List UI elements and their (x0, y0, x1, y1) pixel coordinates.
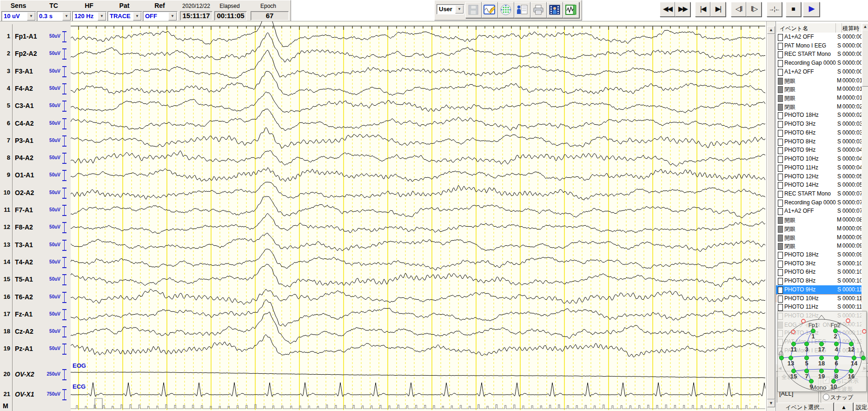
event-row[interactable]: PHOTO 18HzS0000:02: (776, 111, 861, 120)
marker-up-button[interactable]: ▲ (835, 403, 853, 411)
channel-label-fp2-a2[interactable]: Fp2-A2 (15, 50, 37, 57)
channel-label-o1-a1[interactable]: O1-A1 (15, 171, 34, 179)
event-select-button[interactable]: イベント選択... (776, 403, 834, 411)
chevron-down-icon[interactable]: ▼ (98, 12, 106, 20)
event-row[interactable]: PHOTO 11HzS0000:04: (776, 163, 861, 172)
stop-button[interactable]: ■ (786, 2, 801, 17)
pat-select[interactable]: TRACE▼ (107, 11, 142, 21)
print-icon-button[interactable] (530, 2, 547, 18)
trace-scrollbar[interactable]: ▲ ▼ (766, 21, 775, 411)
channel-label-fp1-a1[interactable]: Fp1-A1 (15, 33, 37, 40)
video-icon-button[interactable] (547, 2, 563, 18)
event-row[interactable]: A1+A2 OFFS0000:00: (776, 67, 861, 76)
event-row[interactable]: PHOTO 14HzS0000:05: (776, 181, 861, 189)
event-row[interactable]: PHOTO 18HzS0000:09: (776, 250, 861, 259)
acquisition-controls-panel: Sens10 uV▼TC0.3 s▼HF120 Hz▼PatTRACE▼RefO… (0, 0, 291, 22)
event-row[interactable]: PHOTO 6HzS0000:03: (776, 128, 861, 137)
chevron-down-icon[interactable]: ▼ (133, 12, 141, 20)
channel-label-p3-a1[interactable]: P3-A1 (15, 137, 33, 144)
monitor-icon-button[interactable] (563, 2, 579, 18)
pat-label: Pat (107, 2, 141, 9)
fast-forward-button[interactable]: ▶▶ (675, 2, 690, 17)
skip-to-end-button[interactable]: ▶| (710, 2, 726, 17)
rewind-button[interactable]: ◀◀ (660, 2, 675, 17)
chevron-down-icon[interactable]: ▼ (62, 12, 71, 20)
event-row[interactable]: 開眼M0000:09: (776, 233, 861, 242)
snap-radio[interactable] (823, 394, 829, 400)
step-forward-button[interactable]: ‖▷ (746, 2, 762, 17)
chevron-down-icon[interactable]: ▼ (168, 12, 177, 20)
channel-label-f4-a2[interactable]: F4-A2 (15, 85, 33, 92)
electrode-map-popup[interactable]: 12113174121351861415719816910Fp1Fp2Mono (777, 311, 867, 392)
patient-report-icon-button[interactable] (514, 2, 530, 18)
play-button[interactable]: ▶ (803, 2, 820, 17)
skip-to-start-button[interactable]: |◀ (695, 2, 710, 17)
event-row[interactable]: PHOTO 10HzS0000:11: (776, 294, 861, 303)
trace-scroll-up-icon[interactable]: ▲ (767, 26, 775, 34)
event-row[interactable]: PHOTO 12HzS0000:05: (776, 172, 861, 181)
event-row[interactable]: 閉眼M0000:09: (776, 224, 861, 233)
event-row[interactable]: PHOTO 9HzS0000:04: (776, 146, 861, 155)
sens-select[interactable]: 10 uV▼ (1, 11, 36, 21)
event-row[interactable]: PHOTO 8HzS0000:10: (776, 276, 861, 285)
event-row[interactable]: 閉眼M0000:09: (776, 242, 861, 250)
channel-label-t5-a1[interactable]: T5-A1 (15, 276, 33, 283)
tc-select[interactable]: 0.3 s▼ (37, 11, 72, 21)
channel-label-c4-a2[interactable]: C4-A2 (15, 120, 33, 127)
event-row[interactable]: 閉眼M0000:02: (776, 102, 861, 111)
channel-number: 5 (1, 102, 10, 109)
event-row[interactable]: 閉眼M0000:01: (776, 85, 861, 94)
step-back-button[interactable]: ◁‖ (731, 2, 746, 17)
waveform-edit-icon-button[interactable] (482, 2, 498, 18)
channel-label-cz-a2[interactable]: Cz-A2 (15, 328, 33, 335)
event-row[interactable]: PHOTO 6HzS0000:10: (776, 268, 861, 276)
event-row[interactable]: Recording Gap 0000:S0000:07: (776, 198, 861, 207)
event-scroll-thumb[interactable] (862, 30, 868, 87)
event-row[interactable]: 開眼M0000:08: (776, 216, 861, 224)
event-row[interactable]: PHOTO 3HzS0000:03: (776, 120, 861, 128)
save-icon-button[interactable] (465, 2, 482, 18)
channel-label-t6-a2[interactable]: T6-A2 (15, 293, 33, 301)
chevron-down-icon[interactable]: ▼ (27, 12, 35, 20)
waveform-display[interactable]: EOG ECG (71, 21, 765, 411)
chevron-down-icon[interactable]: ▼ (455, 5, 464, 13)
event-row[interactable]: PHOTO 3HzS0000:10: (776, 259, 861, 268)
channel-label-f3-a1[interactable]: F3-A1 (15, 67, 33, 75)
channel-label-p4-a2[interactable]: P4-A2 (15, 154, 33, 162)
event-row[interactable]: 開眼M0000:01: (776, 76, 861, 85)
event-row[interactable]: A1+A2 OFFS0000:00: (776, 33, 861, 41)
event-time: 0000:03: (842, 129, 861, 136)
event-row[interactable]: Recording Gap 0000:S0000:00: (776, 59, 861, 67)
hf-select[interactable]: 120 Hz▼ (72, 11, 107, 21)
channel-label-t4-a2[interactable]: T4-A2 (15, 258, 33, 266)
channel-label-o2-a2[interactable]: O2-A2 (15, 189, 34, 196)
event-row[interactable]: A1+A2 OFFS0000:07: (776, 207, 861, 216)
event-row[interactable]: 開眼M0000:01: (776, 94, 861, 102)
ref-select[interactable]: OFF▼ (143, 11, 178, 21)
settings-button[interactable]: 設定... (854, 403, 868, 411)
channel-label-f7-a1[interactable]: F7-A1 (15, 206, 33, 214)
event-row[interactable]: PHOTO 11HzS0000:11: (776, 303, 861, 311)
scale-bracket-icon (62, 135, 66, 147)
channel-scale: 50uV (42, 190, 60, 195)
channel-label-f8-a2[interactable]: F8-A2 (15, 223, 33, 231)
trace-scroll-thumb[interactable] (767, 34, 775, 399)
event-row[interactable]: REC START MonoS0000:07: (776, 189, 861, 198)
channel-label-c3-a1[interactable]: C3-A1 (15, 102, 33, 109)
event-scroll-up-icon[interactable]: ▲ (862, 23, 868, 30)
head-map-icon-button[interactable] (498, 2, 514, 18)
center-cursor-button[interactable]: →¦← (767, 2, 782, 17)
channel-label-t3-a1[interactable]: T3-A1 (15, 241, 33, 249)
event-row[interactable]: PAT Mono I EEGS0000:00: (776, 41, 861, 50)
pat-value: TRACE (110, 13, 131, 20)
channel-label-ov-x1[interactable]: OV-X1 (15, 391, 34, 398)
event-row[interactable]: REC START MonoS0000:00: (776, 50, 861, 59)
event-row-selected[interactable]: PHOTO 9HzS0000:11: (776, 285, 861, 294)
event-row[interactable]: PHOTO 8HzS0000:03: (776, 137, 861, 146)
channel-label-ov-x2[interactable]: OV-X2 (15, 371, 34, 378)
event-row[interactable]: PHOTO 10HzS0000:04: (776, 155, 861, 163)
channel-label-pz-a1[interactable]: Pz-A1 (15, 345, 33, 352)
trace-scroll-down-icon[interactable]: ▼ (767, 399, 775, 407)
channel-label-fz-a1[interactable]: Fz-A1 (15, 310, 33, 318)
user-mode-select[interactable]: User▼ (437, 4, 464, 14)
